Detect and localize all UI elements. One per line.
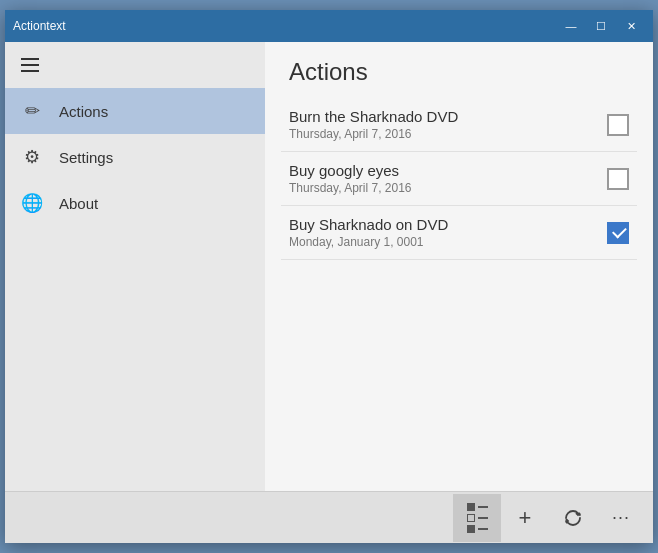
app-window: Actiontext — ☐ ✕ ✏ Actions <box>5 10 653 543</box>
more-icon: ··· <box>612 507 630 528</box>
more-button[interactable]: ··· <box>597 494 645 542</box>
page-title: Actions <box>289 58 629 86</box>
action-date-3: Monday, January 1, 0001 <box>289 235 448 249</box>
titlebar: Actiontext — ☐ ✕ <box>5 10 653 42</box>
checklist-button[interactable] <box>453 494 501 542</box>
list-item: Buy googly eyes Thursday, April 7, 2016 <box>281 152 637 206</box>
sidebar-item-about[interactable]: 🌐 About <box>5 180 265 226</box>
sidebar-item-settings[interactable]: ⚙ Settings <box>5 134 265 180</box>
main-content: Actions Burn the Sharknado DVD Thursday,… <box>265 42 653 491</box>
hamburger-button[interactable] <box>5 42 53 88</box>
bottom-toolbar: + ··· <box>5 491 653 543</box>
app-body: ✏ Actions ⚙ Settings 🌐 About Actions <box>5 42 653 491</box>
action-info-2: Buy googly eyes Thursday, April 7, 2016 <box>289 162 412 195</box>
refresh-button[interactable] <box>549 494 597 542</box>
actions-list: Burn the Sharknado DVD Thursday, April 7… <box>265 98 653 491</box>
action-name-2: Buy googly eyes <box>289 162 412 179</box>
action-name-1: Burn the Sharknado DVD <box>289 108 458 125</box>
main-header: Actions <box>265 42 653 98</box>
action-checkbox-1[interactable] <box>607 114 629 136</box>
action-date-2: Thursday, April 7, 2016 <box>289 181 412 195</box>
window-controls: — ☐ ✕ <box>557 16 645 36</box>
hamburger-icon <box>21 58 37 72</box>
minimize-button[interactable]: — <box>557 16 585 36</box>
sidebar-item-actions-label: Actions <box>59 103 108 120</box>
checklist-icon <box>467 503 488 533</box>
sidebar-item-settings-label: Settings <box>59 149 113 166</box>
action-name-3: Buy Sharknado on DVD <box>289 216 448 233</box>
action-info-1: Burn the Sharknado DVD Thursday, April 7… <box>289 108 458 141</box>
add-button[interactable]: + <box>501 494 549 542</box>
action-date-1: Thursday, April 7, 2016 <box>289 127 458 141</box>
list-item: Burn the Sharknado DVD Thursday, April 7… <box>281 98 637 152</box>
action-checkbox-2[interactable] <box>607 168 629 190</box>
settings-icon: ⚙ <box>21 146 43 168</box>
action-checkbox-3[interactable] <box>607 222 629 244</box>
sidebar-item-actions[interactable]: ✏ Actions <box>5 88 265 134</box>
maximize-button[interactable]: ☐ <box>587 16 615 36</box>
window-title: Actiontext <box>13 19 66 33</box>
sidebar: ✏ Actions ⚙ Settings 🌐 About <box>5 42 265 491</box>
nav-menu: ✏ Actions ⚙ Settings 🌐 About <box>5 88 265 226</box>
globe-icon: 🌐 <box>21 192 43 214</box>
list-item: Buy Sharknado on DVD Monday, January 1, … <box>281 206 637 260</box>
sidebar-item-about-label: About <box>59 195 98 212</box>
add-icon: + <box>519 505 532 531</box>
action-info-3: Buy Sharknado on DVD Monday, January 1, … <box>289 216 448 249</box>
edit-icon: ✏ <box>21 100 43 122</box>
close-button[interactable]: ✕ <box>617 16 645 36</box>
refresh-icon <box>563 508 583 528</box>
